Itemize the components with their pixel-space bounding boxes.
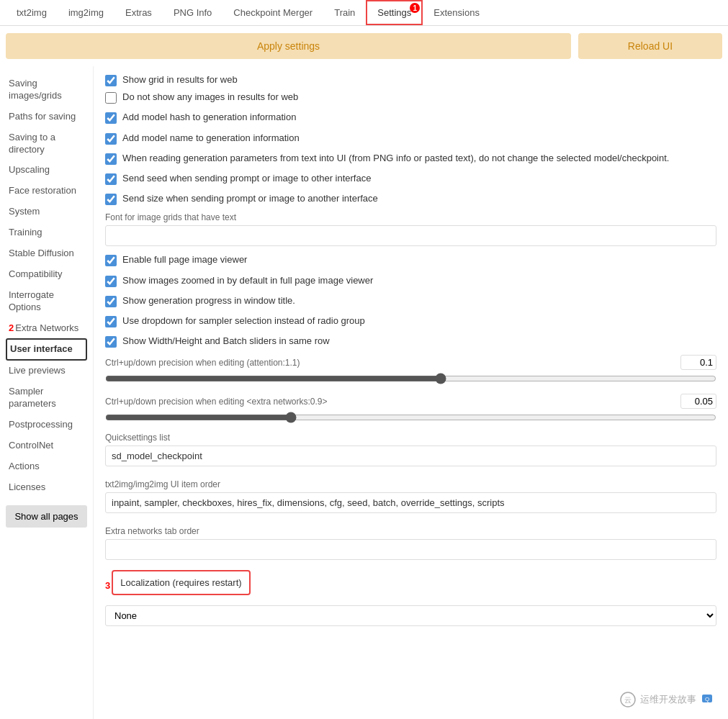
tab-train[interactable]: Train [323, 1, 366, 24]
use-dropdown-label: Use dropdown for sampler selection inste… [122, 315, 365, 327]
font-grids-label: Font for image grids that have text [105, 212, 716, 222]
svg-text:云: 云 [624, 696, 632, 704]
sidebar-item-postprocessing[interactable]: Postprocessing [6, 415, 87, 435]
sidebar-item-stable-diffusion[interactable]: Stable Diffusion [6, 243, 87, 264]
tab-settings[interactable]: Settings 1 [366, 0, 423, 25]
enable-full-page-checkbox[interactable] [105, 255, 117, 266]
use-dropdown-checkbox[interactable] [105, 316, 117, 327]
ui-item-order-label: txt2img/img2img UI item order [105, 479, 716, 489]
font-grids-input[interactable] [105, 225, 716, 246]
checkbox-do-not-show: Do not show any images in results for we… [105, 91, 716, 104]
show-width-height-label: Show Width/Height and Batch sliders in s… [122, 335, 330, 348]
ctrl-precision2-label: Ctrl+up/down precision when editing <ext… [105, 397, 328, 407]
checkbox-add-model-name: Add model name to generation information [105, 132, 716, 145]
settings-content: Show grid in results for web Do not show… [94, 66, 728, 719]
show-width-height-checkbox[interactable] [105, 336, 117, 348]
sidebar-item-sampler-parameters[interactable]: Sampler parameters [6, 381, 87, 415]
localization-label: Localization (requires restart) [120, 577, 241, 588]
show-zoomed-checkbox[interactable] [105, 276, 117, 287]
checkbox-send-seed: Send seed when sending prompt or image t… [105, 172, 716, 185]
send-size-checkbox[interactable] [105, 194, 117, 205]
show-all-pages-button[interactable]: Show all pages [6, 505, 87, 528]
quicksettings-input[interactable] [105, 446, 716, 466]
show-progress-checkbox[interactable] [105, 296, 117, 307]
sidebar-item-compatibility[interactable]: Compatibility [6, 264, 87, 285]
watermark-icon: 云 [620, 692, 636, 707]
sidebar-item-upscaling[interactable]: Upscaling [6, 160, 87, 181]
ctrl-precision1-value[interactable] [680, 355, 716, 370]
checkbox-enable-full-page: Enable full page image viewer [105, 253, 716, 266]
tab-img2img[interactable]: img2img [58, 1, 114, 24]
quicksettings-label: Quicksettings list [105, 433, 716, 443]
extra-networks-badge: 2 [9, 322, 14, 335]
sidebar-item-extra-networks[interactable]: 2 Extra Networks [6, 318, 87, 339]
checkbox-show-progress: Show generation progress in window title… [105, 294, 716, 307]
svg-text:Q: Q [705, 696, 709, 702]
settings-tab-badge: 1 [410, 3, 420, 13]
checkbox-add-model-hash: Add model hash to generation information [105, 111, 716, 124]
sidebar-item-interrogate-options[interactable]: Interrogate Options [6, 285, 87, 318]
send-seed-label: Send seed when sending prompt or image t… [122, 172, 371, 185]
localization-box: Localization (requires restart) [112, 570, 250, 595]
sidebar-item-controlnet[interactable]: ControlNet [6, 435, 87, 456]
watermark: 云 运维开发故事 Q [620, 692, 714, 707]
ctrl-precision2-slider[interactable] [105, 412, 716, 423]
add-model-hash-label: Add model hash to generation information [122, 111, 296, 124]
chat-icon: Q [701, 693, 714, 706]
do-not-show-checkbox[interactable] [105, 92, 117, 104]
checkbox-send-size: Send size when sending prompt or image t… [105, 192, 716, 205]
action-bar: Apply settings Reload UI [0, 26, 728, 66]
ui-item-order-input[interactable] [105, 492, 716, 513]
localization-select[interactable]: None [105, 605, 716, 626]
reload-ui-button[interactable]: Reload UI [578, 33, 722, 59]
main-layout: Saving images/grids Paths for saving Sav… [0, 66, 728, 719]
sidebar-item-user-interface[interactable]: User interface [6, 338, 87, 361]
sidebar-item-licenses[interactable]: Licenses [6, 477, 87, 498]
ctrl-precision1-slider[interactable] [105, 373, 716, 384]
sidebar-item-system[interactable]: System [6, 202, 87, 222]
add-model-name-checkbox[interactable] [105, 133, 117, 145]
sidebar: Saving images/grids Paths for saving Sav… [0, 66, 94, 719]
show-grid-label: Show grid in results for web [122, 73, 238, 86]
extra-networks-order-label: Extra networks tab order [105, 526, 716, 536]
apply-settings-button[interactable]: Apply settings [6, 33, 571, 59]
sidebar-item-saving-directory[interactable]: Saving to a directory [6, 127, 87, 160]
tab-pnginfo[interactable]: PNG Info [163, 1, 223, 24]
checkbox-no-change-model: When reading generation parameters from … [105, 152, 716, 165]
tab-extras[interactable]: Extras [114, 1, 163, 24]
sidebar-item-live-previews[interactable]: Live previews [6, 361, 87, 381]
checkbox-use-dropdown: Use dropdown for sampler selection inste… [105, 315, 716, 327]
send-size-label: Send size when sending prompt or image t… [122, 192, 378, 205]
add-model-name-label: Add model name to generation information [122, 132, 300, 145]
localization-badge: 3 [105, 580, 110, 591]
no-change-model-label: When reading generation parameters from … [122, 152, 669, 165]
show-grid-checkbox[interactable] [105, 75, 117, 86]
no-change-model-checkbox[interactable] [105, 153, 117, 165]
sidebar-item-face-restoration[interactable]: Face restoration [6, 181, 87, 202]
show-zoomed-label: Show images zoomed in by default in full… [122, 274, 373, 287]
ctrl-precision2-value[interactable] [680, 394, 716, 409]
sidebar-item-paths-saving[interactable]: Paths for saving [6, 107, 87, 127]
extra-networks-order-input[interactable] [105, 539, 716, 560]
enable-full-page-label: Enable full page image viewer [122, 253, 247, 266]
checkbox-show-grid: Show grid in results for web [105, 73, 716, 86]
sidebar-item-saving-images[interactable]: Saving images/grids [6, 73, 87, 107]
send-seed-checkbox[interactable] [105, 173, 117, 185]
add-model-hash-checkbox[interactable] [105, 112, 117, 124]
checkbox-show-width-height: Show Width/Height and Batch sliders in s… [105, 335, 716, 348]
tab-extensions[interactable]: Extensions [423, 1, 490, 24]
sidebar-item-actions[interactable]: Actions [6, 456, 87, 477]
top-nav: txt2img img2img Extras PNG Info Checkpoi… [0, 0, 728, 26]
tab-txt2img[interactable]: txt2img [6, 1, 58, 24]
show-progress-label: Show generation progress in window title… [122, 294, 295, 307]
do-not-show-label: Do not show any images in results for we… [122, 91, 298, 104]
checkbox-show-zoomed: Show images zoomed in by default in full… [105, 274, 716, 287]
tab-checkpoint-merger[interactable]: Checkpoint Merger [223, 1, 323, 24]
ctrl-precision1-label: Ctrl+up/down precision when editing (att… [105, 358, 300, 368]
sidebar-item-training[interactable]: Training [6, 222, 87, 243]
